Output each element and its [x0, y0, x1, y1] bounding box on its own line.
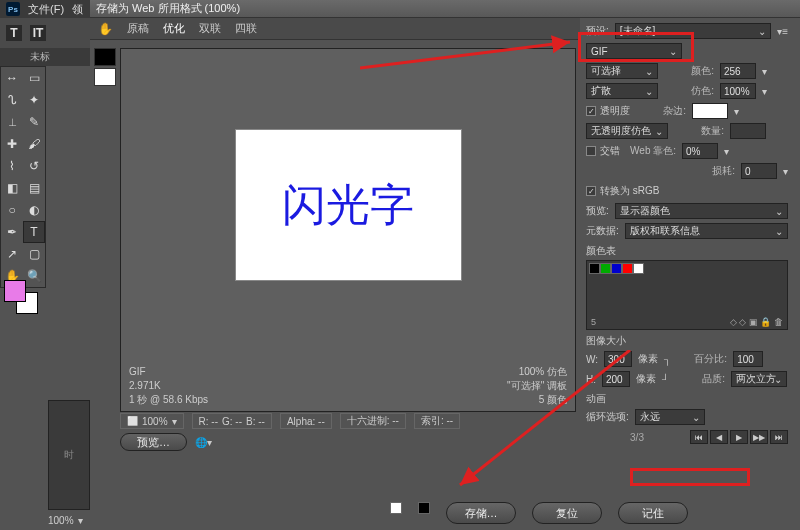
preview-mode-select[interactable]: 显示器颜色 — [615, 203, 788, 219]
remember-button[interactable]: 记住 — [618, 502, 688, 524]
ct-swatch[interactable] — [600, 263, 611, 274]
dither-input[interactable]: 100% — [720, 83, 756, 99]
dialog-button-row: 存储… 复位 记住 — [390, 502, 688, 524]
color-table[interactable]: 5 ◇ ◇ ▣ 🔒 🗑 — [586, 260, 788, 330]
quality-label: 品质: — [675, 372, 725, 386]
dither-label: 仿色: — [664, 84, 714, 98]
lasso-tool-icon[interactable]: ᔐ — [1, 89, 23, 111]
save-for-web-dialog: 存储为 Web 所用格式 (100%) ✋ 原稿 优化 双联 四联 闪光字 GI… — [90, 0, 800, 530]
transparency-checkbox[interactable]: ✓透明度 — [586, 104, 630, 118]
h-input[interactable]: 200 — [602, 371, 630, 387]
marquee-tool-icon[interactable]: ▭ — [23, 67, 45, 89]
trans-dither-select[interactable]: 无透明度仿色 — [586, 123, 668, 139]
algo-select[interactable]: 可选择 — [586, 63, 658, 79]
menu-other[interactable]: 领 — [72, 2, 83, 17]
zoom-level[interactable]: ⬜100%▾ — [120, 413, 184, 429]
move-tool-icon[interactable]: ↔ — [1, 67, 23, 89]
matte-label: 杂边: — [636, 104, 686, 118]
preset-select[interactable]: [未命名] — [615, 23, 771, 39]
dither-select[interactable]: 扩散 — [586, 83, 658, 99]
rgb-readout: R: --G: --B: -- — [192, 413, 272, 429]
ct-swatch[interactable] — [589, 263, 600, 274]
w-label: W: — [586, 354, 598, 365]
lossy-input[interactable]: 0 — [741, 163, 777, 179]
meta-label: 元数据: — [586, 224, 619, 238]
doc-tab[interactable]: 未标 — [0, 48, 90, 66]
tab-4up[interactable]: 四联 — [235, 21, 257, 36]
save-button[interactable]: 存储… — [446, 502, 516, 524]
foreground-swatch[interactable] — [4, 280, 26, 302]
interlace-checkbox[interactable]: 交错 — [586, 144, 620, 158]
tab-2up[interactable]: 双联 — [199, 21, 221, 36]
hex-readout: 十六进制: -- — [340, 413, 406, 429]
crop-tool-icon[interactable]: ⟂ — [1, 111, 23, 133]
format-select[interactable]: GIF — [586, 43, 682, 59]
type-tool-icon[interactable]: T — [23, 221, 45, 243]
heal-tool-icon[interactable]: ✚ — [1, 133, 23, 155]
amount-label: 数量: — [674, 124, 724, 138]
ct-swatch-row — [587, 261, 787, 276]
preview-button[interactable]: 预览… — [120, 433, 187, 451]
tab-original[interactable]: 原稿 — [127, 21, 149, 36]
white-swatch-icon[interactable] — [390, 502, 402, 514]
canvas-text: 闪光字 — [282, 176, 414, 235]
anim-player: 3/3 ⏮ ◀ ▶ ▶▶ ⏭ — [586, 430, 788, 444]
first-frame-button[interactable]: ⏮ — [690, 430, 708, 444]
prev-frame-button[interactable]: ◀ — [710, 430, 728, 444]
toolbox: ↔ ▭ ᔐ ✦ ⟂ ✎ ✚ 🖌 ⌇ ↺ ◧ ▤ ○ ◐ ✒ T ↗ ▢ ✋ 🔍 — [0, 66, 46, 288]
shape-tool-icon[interactable]: ▢ — [23, 243, 45, 265]
unit-label: 像素 — [636, 372, 656, 386]
color-swatches[interactable] — [4, 280, 44, 320]
alpha-readout: Alpha: -- — [280, 413, 332, 429]
srgb-checkbox[interactable]: ✓转换为 sRGB — [586, 184, 659, 198]
type-tool-icon[interactable]: T — [6, 25, 22, 41]
play-button[interactable]: ▶ — [730, 430, 748, 444]
reset-button[interactable]: 复位 — [532, 502, 602, 524]
swap-icon[interactable]: IT — [30, 25, 46, 41]
ct-swatch[interactable] — [622, 263, 633, 274]
dodge-tool-icon[interactable]: ◐ — [23, 199, 45, 221]
eraser-tool-icon[interactable]: ◧ — [1, 177, 23, 199]
percent-input[interactable]: 100 — [733, 351, 763, 367]
panel-fragment: 时 — [48, 400, 90, 510]
blur-tool-icon[interactable]: ○ — [1, 199, 23, 221]
quality-select[interactable]: 两次立方 — [731, 371, 787, 387]
websnap-input[interactable]: 0% — [682, 143, 718, 159]
brush-tool-icon[interactable]: 🖌 — [23, 133, 45, 155]
ct-swatch[interactable] — [611, 263, 622, 274]
colors-input[interactable]: 256 — [720, 63, 756, 79]
canvas-viewport[interactable]: 闪光字 GIF 2.971K 1 秒 @ 58.6 Kbps 100% 仿色 "… — [120, 48, 576, 412]
history-brush-tool-icon[interactable]: ↺ — [23, 155, 45, 177]
browser-icon[interactable]: 🌐▾ — [195, 437, 212, 448]
w-input[interactable]: 300 — [604, 351, 632, 367]
preview-toolbar: ✋ 原稿 优化 双联 四联 — [90, 18, 580, 40]
ct-actions[interactable]: ◇ ◇ ▣ 🔒 🗑 — [730, 317, 783, 327]
ct-swatch[interactable] — [633, 263, 644, 274]
optimize-info: GIF 2.971K 1 秒 @ 58.6 Kbps 100% 仿色 "可选择"… — [121, 361, 575, 411]
eyedropper-tool-icon[interactable]: ✎ — [23, 111, 45, 133]
pen-tool-icon[interactable]: ✒ — [1, 221, 23, 243]
amount-input — [730, 123, 766, 139]
preview-status: ⬜100%▾ R: --G: --B: -- Alpha: -- 十六进制: -… — [120, 412, 576, 430]
hand-icon[interactable]: ✋ — [98, 22, 113, 36]
path-tool-icon[interactable]: ↗ — [1, 243, 23, 265]
black-swatch-icon[interactable] — [418, 502, 430, 514]
gradient-tool-icon[interactable]: ▤ — [23, 177, 45, 199]
meta-select[interactable]: 版权和联系信息 — [625, 223, 788, 239]
tab-optimized[interactable]: 优化 — [163, 21, 185, 36]
percent-label: 百分比: — [677, 352, 727, 366]
matte-swatch[interactable] — [692, 103, 728, 119]
wand-tool-icon[interactable]: ✦ — [23, 89, 45, 111]
options-bar: T IT — [0, 18, 90, 48]
next-frame-button[interactable]: ▶▶ — [750, 430, 768, 444]
menu-file[interactable]: 文件(F) — [28, 2, 64, 17]
menu-icon[interactable]: ▾≡ — [777, 26, 788, 37]
bg-swatch-icon[interactable] — [94, 68, 116, 86]
last-frame-button[interactable]: ⏭ — [770, 430, 788, 444]
loop-select[interactable]: 永远 — [635, 409, 705, 425]
stamp-tool-icon[interactable]: ⌇ — [1, 155, 23, 177]
preview-mode-label: 预览: — [586, 204, 609, 218]
fg-swatch-icon[interactable] — [94, 48, 116, 66]
lossy-label: 损耗: — [685, 164, 735, 178]
app-logo: Ps — [6, 2, 20, 16]
